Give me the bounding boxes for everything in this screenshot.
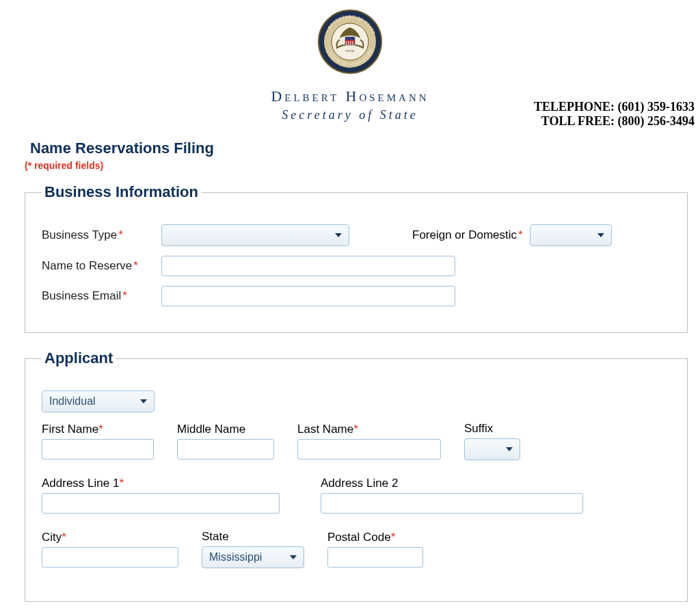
tollfree-line: TOLL FREE: (800) 256-3494 bbox=[534, 114, 695, 129]
suffix-block: Suffix bbox=[464, 422, 520, 460]
middle-name-label: Middle Name bbox=[177, 423, 274, 436]
address1-block: Address Line 1* bbox=[42, 477, 280, 514]
city-label: City* bbox=[42, 531, 178, 544]
state-select[interactable]: Mississippi bbox=[202, 546, 304, 568]
applicant-fieldset: Applicant Individual First Name* Middle … bbox=[25, 349, 688, 602]
postal-label: Postal Code* bbox=[327, 531, 423, 544]
business-type-row: Business Type* Foreign or Domestic* bbox=[42, 224, 671, 246]
business-type-label-text: Business Type bbox=[42, 228, 117, 241]
required-marker: * bbox=[118, 228, 123, 241]
business-type-select[interactable] bbox=[161, 224, 349, 246]
entity-type-row: Individual bbox=[42, 390, 671, 412]
foreign-domestic-label-text: Foreign or Domestic bbox=[412, 228, 517, 241]
business-email-input[interactable] bbox=[161, 286, 455, 306]
telephone-number: (601) 359-1633 bbox=[618, 100, 695, 114]
first-name-label: First Name* bbox=[42, 423, 154, 436]
svg-rect-4 bbox=[345, 37, 355, 40]
telephone-label: TELEPHONE: bbox=[534, 100, 615, 114]
state-value: Mississippi bbox=[209, 551, 262, 563]
svg-text:OFFICIAL: OFFICIAL bbox=[345, 50, 355, 53]
tollfree-label: TOLL FREE: bbox=[541, 114, 615, 128]
required-marker: * bbox=[391, 531, 396, 544]
header: SECRETARY OF STATE STATE OF MISSISSIPPI … bbox=[0, 0, 700, 137]
applicant-legend: Applicant bbox=[42, 349, 116, 367]
name-to-reserve-row: Name to Reserve* bbox=[42, 256, 671, 276]
address2-label: Address Line 2 bbox=[321, 477, 583, 490]
city-label-text: City bbox=[42, 531, 62, 544]
business-email-label-text: Business Email bbox=[42, 289, 121, 302]
name-to-reserve-label-text: Name to Reserve bbox=[42, 259, 132, 272]
required-note: (* required fields) bbox=[25, 160, 700, 171]
city-state-zip-row: City* State Mississippi Postal Code* bbox=[42, 530, 671, 575]
contact-block: TELEPHONE: (601) 359-1633 TOLL FREE: (80… bbox=[534, 100, 695, 129]
required-marker: * bbox=[133, 259, 138, 272]
name-to-reserve-label: Name to Reserve* bbox=[42, 259, 161, 273]
city-input[interactable] bbox=[42, 547, 178, 568]
foreign-domestic-select[interactable] bbox=[530, 224, 612, 246]
address2-block: Address Line 2 bbox=[321, 477, 583, 514]
business-information-legend: Business Information bbox=[42, 183, 201, 201]
chevron-down-icon bbox=[140, 399, 147, 403]
address-row: Address Line 1* Address Line 2 bbox=[42, 477, 671, 520]
entity-type-value: Individual bbox=[49, 395, 96, 408]
business-email-label: Business Email* bbox=[42, 289, 161, 303]
suffix-select[interactable] bbox=[464, 438, 520, 460]
tollfree-number: (800) 256-3494 bbox=[618, 114, 695, 128]
postal-input[interactable] bbox=[327, 547, 423, 568]
chevron-down-icon bbox=[290, 555, 297, 559]
foreign-domestic-group: Foreign or Domestic* bbox=[412, 224, 612, 246]
suffix-label: Suffix bbox=[464, 422, 520, 436]
entity-type-select[interactable]: Individual bbox=[42, 390, 154, 412]
required-marker: * bbox=[518, 228, 523, 241]
last-name-block: Last Name* bbox=[297, 423, 441, 460]
postal-block: Postal Code* bbox=[327, 531, 423, 568]
required-marker: * bbox=[353, 423, 358, 436]
business-email-row: Business Email* bbox=[42, 286, 671, 306]
telephone-line: TELEPHONE: (601) 359-1633 bbox=[534, 100, 695, 114]
last-name-label: Last Name* bbox=[297, 423, 441, 436]
address2-input[interactable] bbox=[321, 493, 583, 514]
city-block: City* bbox=[42, 531, 178, 568]
chevron-down-icon bbox=[597, 233, 604, 237]
foreign-domestic-label: Foreign or Domestic* bbox=[412, 228, 523, 242]
required-marker: * bbox=[62, 531, 66, 544]
state-block: State Mississippi bbox=[202, 530, 304, 568]
state-label: State bbox=[202, 530, 304, 544]
state-seal-icon: SECRETARY OF STATE STATE OF MISSISSIPPI … bbox=[318, 10, 382, 74]
postal-label-text: Postal Code bbox=[327, 531, 391, 544]
first-name-input[interactable] bbox=[42, 439, 154, 460]
first-name-block: First Name* bbox=[42, 423, 154, 460]
middle-name-block: Middle Name bbox=[177, 423, 274, 460]
name-to-reserve-input[interactable] bbox=[161, 256, 455, 276]
required-marker: * bbox=[119, 477, 124, 490]
last-name-input[interactable] bbox=[297, 439, 441, 460]
required-marker: * bbox=[122, 289, 127, 302]
name-row: First Name* Middle Name Last Name* Suffi… bbox=[42, 422, 671, 467]
chevron-down-icon bbox=[335, 233, 342, 237]
last-name-label-text: Last Name bbox=[297, 423, 353, 436]
page: SECRETARY OF STATE STATE OF MISSISSIPPI … bbox=[0, 0, 700, 602]
chevron-down-icon bbox=[506, 447, 513, 451]
address1-label: Address Line 1* bbox=[42, 477, 280, 490]
form-title: Name Reservations Filing bbox=[30, 139, 700, 157]
required-marker: * bbox=[98, 423, 103, 436]
address1-label-text: Address Line 1 bbox=[42, 477, 119, 490]
business-type-label: Business Type* bbox=[42, 228, 161, 242]
first-name-label-text: First Name bbox=[42, 423, 98, 436]
address1-input[interactable] bbox=[42, 493, 280, 514]
middle-name-input[interactable] bbox=[177, 439, 274, 460]
business-information-fieldset: Business Information Business Type* Fore… bbox=[25, 183, 688, 333]
